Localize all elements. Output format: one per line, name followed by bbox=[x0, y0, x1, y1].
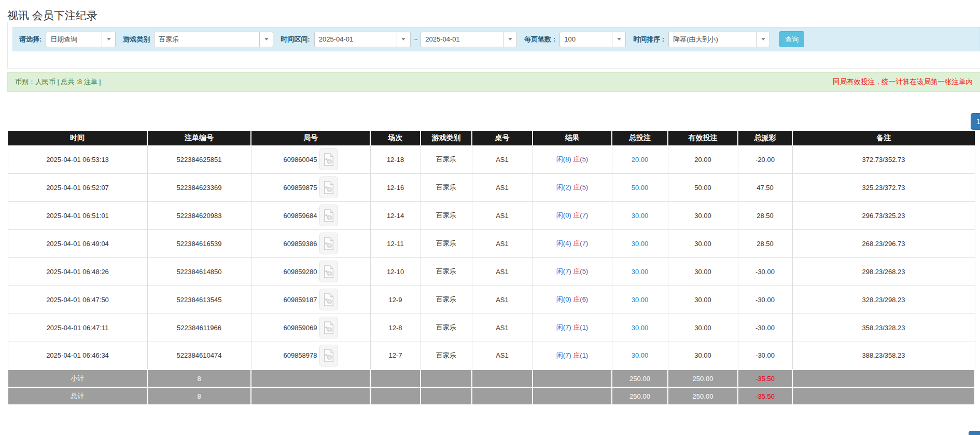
player-result: 闲 bbox=[556, 323, 563, 331]
date-range-separator: ~ bbox=[414, 35, 418, 43]
total-bet-cell: 30.00 bbox=[612, 257, 668, 286]
player-points: (7) bbox=[563, 267, 571, 275]
page-1-button-top[interactable]: 1 bbox=[971, 113, 980, 130]
remark-cell: 372.73/352.73 bbox=[792, 145, 975, 173]
file-video-icon bbox=[323, 321, 334, 335]
table-row: 2025-04-01 06:53:13522384625851609860045… bbox=[8, 145, 975, 173]
time-cell: 2025-04-01 06:52:07 bbox=[8, 173, 147, 201]
total-total-bet: 250.00 bbox=[612, 387, 668, 405]
page-size-value: 100 bbox=[560, 35, 612, 43]
bet-id-cell: 522384610474 bbox=[147, 342, 251, 370]
caret-down-icon bbox=[612, 32, 625, 47]
banker-points: (6) bbox=[580, 295, 588, 303]
game-type-cell: 百家乐 bbox=[421, 229, 472, 257]
game-type-value: 百家乐 bbox=[155, 35, 259, 44]
valid-bet-cell: 30.00 bbox=[668, 201, 738, 229]
player-result: 闲 bbox=[556, 183, 563, 191]
banker-points: (5) bbox=[580, 267, 588, 275]
round-id: 609859187 bbox=[283, 296, 317, 304]
game-type-label: 游戏类别 bbox=[123, 35, 150, 44]
sort-order-select[interactable]: 降幂(由大到小) bbox=[668, 32, 770, 47]
round-id: 609859684 bbox=[283, 212, 317, 220]
banker-points: (7) bbox=[580, 239, 588, 247]
player-points: (7) bbox=[563, 351, 571, 359]
total-remark bbox=[792, 387, 975, 405]
bet-id-cell: 522384611966 bbox=[147, 314, 251, 342]
time-range-label: 时间区间: bbox=[281, 35, 310, 44]
banker-points: (7) bbox=[580, 211, 588, 219]
table-no-cell: AS1 bbox=[472, 201, 533, 229]
file-video-icon bbox=[323, 265, 334, 279]
time-cell: 2025-04-01 06:47:11 bbox=[8, 314, 147, 342]
total-bet-cell: 50.00 bbox=[612, 173, 668, 201]
total-bet-link[interactable]: 30.00 bbox=[632, 240, 649, 248]
total-bet-link[interactable]: 20.00 bbox=[632, 156, 649, 164]
remark-cell: 325.23/372.73 bbox=[792, 173, 975, 201]
page-size-select[interactable]: 100 bbox=[559, 32, 626, 47]
total-valid-bet: 250.00 bbox=[668, 387, 738, 405]
video-replay-button[interactable] bbox=[319, 289, 338, 310]
column-header: 结果 bbox=[533, 131, 612, 145]
table-no-cell: AS1 bbox=[472, 286, 533, 314]
game-type-cell: 百家乐 bbox=[421, 201, 472, 229]
banker-points: (1) bbox=[580, 323, 588, 331]
player-result: 闲 bbox=[556, 211, 563, 219]
payout-cell: -20.00 bbox=[738, 145, 792, 173]
records-tbody: 2025-04-01 06:53:13522384625851609860045… bbox=[8, 145, 975, 370]
banker-result: 庄 bbox=[573, 183, 580, 191]
banker-result: 庄 bbox=[573, 323, 580, 331]
date-from-select[interactable]: 2025-04-01 bbox=[314, 32, 411, 47]
result-cell: 闲(0) 庄(7) bbox=[533, 201, 612, 229]
total-bet-link[interactable]: 30.00 bbox=[632, 268, 649, 276]
date-to-select[interactable]: 2025-04-01 bbox=[421, 32, 517, 47]
banker-result: 庄 bbox=[573, 239, 580, 247]
total-bet-link[interactable]: 30.00 bbox=[632, 212, 649, 220]
payout-cell: -30.00 bbox=[738, 286, 792, 314]
total-bet-link[interactable]: 30.00 bbox=[632, 324, 649, 332]
session-cell: 12-8 bbox=[370, 314, 421, 342]
video-replay-button[interactable] bbox=[319, 345, 338, 366]
game-type-cell: 百家乐 bbox=[421, 342, 472, 370]
round-cell: 609859069 bbox=[251, 314, 370, 342]
game-type-cell: 百家乐 bbox=[421, 286, 472, 314]
player-points: (7) bbox=[563, 323, 571, 331]
table-row: 2025-04-01 06:51:01522384620983609859684… bbox=[8, 201, 975, 229]
page-1-button-bottom[interactable]: 1 bbox=[969, 431, 980, 435]
session-cell: 12-10 bbox=[370, 257, 421, 286]
search-button[interactable]: 查询 bbox=[779, 31, 804, 47]
table-no-cell: AS1 bbox=[472, 257, 533, 286]
session-cell: 12-14 bbox=[370, 201, 421, 229]
table-row: 2025-04-01 06:47:11522384611966609859069… bbox=[8, 314, 975, 342]
total-count: 8 bbox=[147, 387, 251, 405]
query-type-select[interactable]: 日期查询 bbox=[46, 32, 116, 47]
total-bet-link[interactable]: 30.00 bbox=[632, 351, 649, 359]
payout-cell: -30.00 bbox=[738, 342, 792, 370]
bet-id-cell: 522384614850 bbox=[147, 257, 251, 286]
round-cell: 609860045 bbox=[251, 145, 370, 173]
column-header: 局号 bbox=[251, 131, 370, 145]
page-title: 视讯 会员下注纪录 bbox=[0, 0, 980, 22]
caret-down-icon bbox=[756, 32, 769, 47]
result-cell: 闲(7) 庄(1) bbox=[533, 342, 612, 370]
result-cell: 闲(4) 庄(7) bbox=[533, 229, 612, 257]
file-video-icon bbox=[323, 209, 334, 223]
video-replay-button[interactable] bbox=[319, 233, 338, 254]
result-cell: 闲(7) 庄(1) bbox=[533, 314, 612, 342]
valid-bet-cell: 30.00 bbox=[668, 342, 738, 370]
video-replay-button[interactable] bbox=[319, 317, 338, 338]
video-replay-button[interactable] bbox=[319, 205, 338, 226]
video-replay-button[interactable] bbox=[319, 176, 338, 198]
video-replay-button[interactable] bbox=[319, 261, 338, 282]
payout-cell: 28.50 bbox=[738, 229, 792, 257]
total-bet-link[interactable]: 30.00 bbox=[632, 296, 649, 304]
player-result: 闲 bbox=[556, 267, 563, 275]
total-bet-link[interactable]: 50.00 bbox=[632, 184, 649, 192]
valid-bet-cell: 20.00 bbox=[668, 145, 738, 173]
betting-records-page: 视讯 会员下注纪录 请选择: 日期查询 游戏类别 百家乐 时间区间: 2025-… bbox=[0, 0, 980, 435]
column-header: 场次 bbox=[370, 131, 421, 145]
banker-result: 庄 bbox=[573, 155, 580, 163]
total-bet-cell: 30.00 bbox=[612, 201, 668, 229]
video-replay-button[interactable] bbox=[319, 148, 338, 170]
caret-down-icon bbox=[503, 32, 516, 47]
game-type-select[interactable]: 百家乐 bbox=[154, 32, 273, 47]
